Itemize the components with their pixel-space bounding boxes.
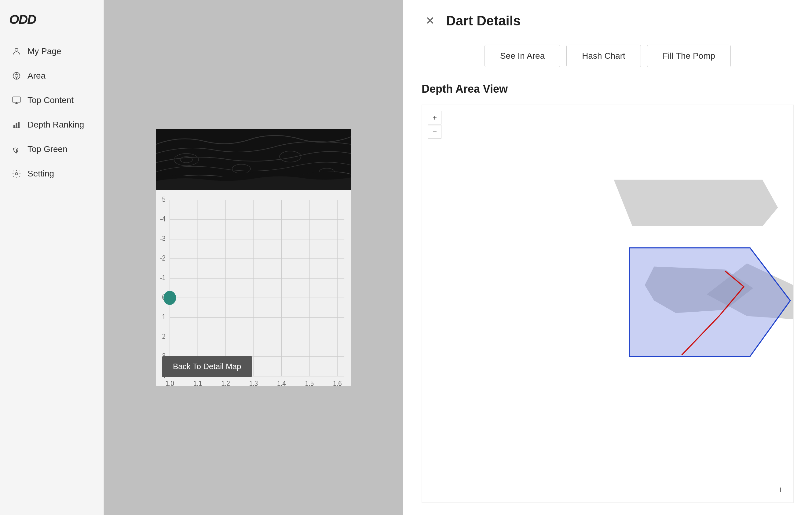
sidebar-item-top-green[interactable]: Top Green — [0, 137, 104, 161]
svg-text:1.1: 1.1 — [193, 380, 202, 386]
svg-text:2: 2 — [162, 332, 166, 341]
map-container: + − i — [422, 105, 794, 503]
svg-text:-3: -3 — [160, 235, 166, 243]
svg-point-2 — [15, 74, 18, 77]
svg-rect-7 — [13, 97, 21, 103]
sidebar-label-area: Area — [28, 71, 46, 81]
svg-text:1.3: 1.3 — [249, 380, 258, 386]
svg-text:1.4: 1.4 — [277, 380, 286, 386]
zoom-in-button[interactable]: + — [428, 111, 441, 125]
svg-point-18 — [232, 164, 251, 173]
svg-rect-11 — [13, 125, 15, 128]
svg-rect-12 — [16, 123, 18, 128]
chart-card: Depth — [156, 129, 351, 386]
svg-point-19 — [280, 151, 301, 162]
action-buttons-container: See In Area Hash Chart Fill The Pomp — [422, 45, 794, 67]
bar-chart-icon — [11, 119, 22, 130]
map-controls: + − — [428, 111, 441, 138]
left-panel: ODD My Page Area — [0, 0, 403, 515]
sidebar-label-my-page: My Page — [28, 47, 61, 56]
svg-text:-5: -5 — [160, 195, 166, 204]
svg-point-0 — [15, 48, 18, 51]
app-logo: ODD — [0, 6, 104, 39]
depth-area-title: Depth Area View — [422, 83, 794, 96]
right-panel: ✕ Dart Details See In Area Hash Chart Fi… — [403, 0, 812, 515]
svg-rect-13 — [18, 122, 20, 128]
main-content-area: Depth — [104, 0, 403, 515]
map-svg — [422, 105, 793, 503]
chart-card-top — [156, 129, 351, 190]
monitor-icon — [11, 95, 22, 106]
sidebar: ODD My Page Area — [0, 0, 104, 515]
zoom-out-button[interactable]: − — [428, 125, 441, 138]
svg-text:1.2: 1.2 — [221, 380, 230, 386]
sidebar-item-setting[interactable]: Setting — [0, 161, 104, 186]
leaf-icon — [11, 144, 22, 155]
svg-text:1.0: 1.0 — [165, 380, 174, 386]
svg-text:-1: -1 — [160, 274, 166, 282]
sidebar-item-top-content[interactable]: Top Content — [0, 88, 104, 112]
gear-icon — [11, 168, 22, 179]
svg-marker-59 — [629, 248, 790, 357]
svg-point-16 — [174, 154, 199, 166]
sidebar-item-area[interactable]: Area — [0, 63, 104, 88]
svg-point-55 — [164, 291, 176, 305]
info-button[interactable]: i — [774, 483, 787, 496]
fill-the-pomp-button[interactable]: Fill The Pomp — [647, 45, 731, 67]
svg-text:1: 1 — [162, 313, 166, 321]
panel-title: Dart Details — [446, 13, 521, 28]
svg-text:-4: -4 — [160, 215, 166, 223]
sidebar-label-top-green: Top Green — [28, 144, 67, 154]
panel-header: ✕ Dart Details — [422, 12, 794, 29]
svg-text:1.6: 1.6 — [333, 380, 342, 386]
chart-body: Depth — [156, 190, 351, 386]
user-icon — [11, 46, 22, 57]
back-to-detail-map-button[interactable]: Back To Detail Map — [162, 356, 252, 377]
target-icon — [11, 70, 22, 81]
hash-chart-button[interactable]: Hash Chart — [567, 45, 641, 67]
svg-marker-56 — [614, 180, 778, 226]
sidebar-label-depth-ranking: Depth Ranking — [28, 120, 84, 130]
sidebar-item-my-page[interactable]: My Page — [0, 39, 104, 63]
sidebar-label-setting: Setting — [28, 169, 54, 179]
svg-point-15 — [15, 172, 18, 175]
close-button[interactable]: ✕ — [422, 12, 439, 29]
sidebar-item-depth-ranking[interactable]: Depth Ranking — [0, 112, 104, 137]
see-in-area-button[interactable]: See In Area — [485, 45, 560, 67]
svg-text:1.5: 1.5 — [305, 380, 314, 386]
svg-text:-2: -2 — [160, 254, 166, 262]
sidebar-label-top-content: Top Content — [28, 96, 74, 105]
